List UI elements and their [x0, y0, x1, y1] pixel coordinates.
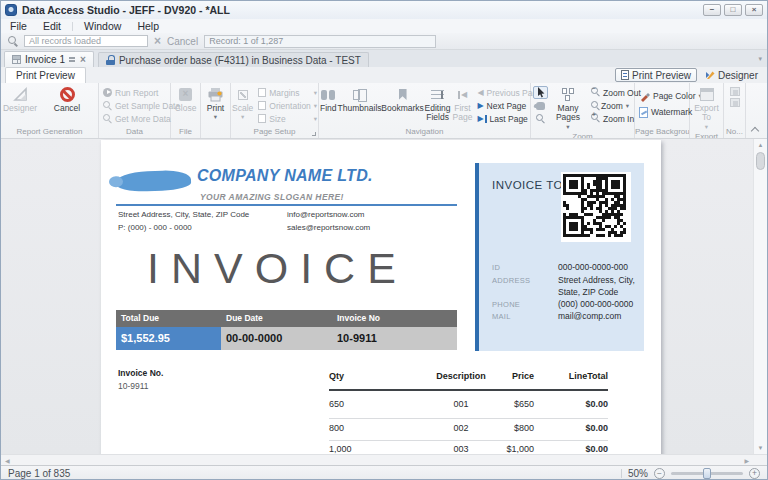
- close-preview-icon: ×: [179, 86, 192, 103]
- pointer-icon: [537, 87, 545, 98]
- export-to-label: Export To: [691, 104, 722, 123]
- menu-window[interactable]: Window: [84, 20, 121, 32]
- tab-invoice[interactable]: Invoice 1 ×: [4, 51, 94, 67]
- collapse-ribbon-icon[interactable]: [752, 126, 759, 133]
- view-designer-label: Designer: [718, 70, 758, 81]
- total-due-value: $1,552.95: [116, 327, 221, 350]
- menu-file[interactable]: File: [10, 20, 27, 32]
- items-header-rule: [329, 389, 608, 391]
- scale-label: Scale: [232, 104, 253, 113]
- pointer-tool-button[interactable]: [533, 86, 548, 99]
- ribbon-tab-print-preview[interactable]: Print Preview: [5, 67, 86, 83]
- designer-label: Designer: [3, 104, 37, 113]
- menu-edit[interactable]: Edit: [43, 20, 61, 32]
- statusbar: Page 1 of 835 50% − +: [1, 465, 767, 480]
- margins-button[interactable]: Margins ▾: [256, 86, 319, 99]
- row-divider: [329, 418, 608, 419]
- group-navigation: Find Thumbnails Bookmarks Editing Fields…: [319, 83, 531, 138]
- editing-fields-button[interactable]: Editing Fields: [424, 85, 452, 124]
- group-zoom: Many Pages ▾ − Zoom Out Zoom ▾ +: [531, 83, 635, 138]
- view-print-preview-button[interactable]: Print Preview: [615, 68, 697, 82]
- zoom-slider[interactable]: [671, 472, 743, 475]
- group-page-setup: Scale ▾ Margins ▾ Orientation ▾: [231, 83, 319, 138]
- page-indicator: Page 1 of 835: [8, 468, 70, 479]
- cancel-icon: [60, 86, 75, 103]
- menubar: File Edit Window Help: [1, 19, 767, 33]
- cancel-button[interactable]: Cancel: [45, 85, 89, 114]
- menu-help[interactable]: Help: [137, 20, 159, 32]
- table-row: 1,000 003 $1,000 $0.00: [329, 444, 608, 454]
- invoice-number-value: 10-9911: [118, 381, 149, 391]
- magnifier-tool-button[interactable]: [533, 112, 548, 125]
- pin-icon[interactable]: [69, 56, 76, 63]
- watermark-label: Watermark: [651, 107, 692, 117]
- search-input[interactable]: All records loaded: [24, 35, 148, 47]
- view-designer-button[interactable]: Designer: [700, 68, 763, 82]
- designer-icon: [13, 86, 28, 103]
- close-preview-button[interactable]: × Close: [174, 85, 198, 114]
- close-button[interactable]: ×: [745, 4, 763, 16]
- cancel-x-icon[interactable]: ×: [154, 36, 161, 46]
- last-page-button[interactable]: ▶ Last Page: [475, 112, 531, 125]
- app-icon: [5, 4, 17, 16]
- next-page-label: Next Page: [487, 101, 527, 111]
- notes-button-1[interactable]: [730, 87, 740, 96]
- print-button[interactable]: Print ▾: [206, 85, 225, 121]
- window-controls: − □ ×: [703, 4, 763, 16]
- group-label-page-setup: Page Setup: [231, 126, 318, 138]
- scroll-up-icon[interactable]: ▲: [754, 142, 767, 148]
- find-button[interactable]: Find: [319, 85, 338, 114]
- margins-icon: [258, 88, 266, 97]
- scroll-right-icon[interactable]: ▶: [744, 457, 749, 464]
- previous-page-button[interactable]: ◀ Previous Page: [475, 86, 531, 99]
- orientation-button[interactable]: Orientation ▾: [256, 99, 319, 112]
- export-dropdown-icon: ▾: [705, 123, 708, 130]
- window-title: Data Access Studio - JEFF - DV920 - *ALL: [22, 4, 230, 16]
- next-page-button[interactable]: ▶ Next Page: [475, 99, 531, 112]
- cancel-records-label[interactable]: Cancel: [167, 36, 198, 47]
- many-pages-button[interactable]: Many Pages ▾: [549, 85, 587, 131]
- group-label-navigation: Navigation: [319, 126, 530, 138]
- statusbar-separator: [621, 469, 622, 478]
- designer-button[interactable]: Designer: [1, 85, 39, 114]
- scale-button[interactable]: Scale ▾: [231, 85, 254, 121]
- print-label: Print: [207, 104, 224, 113]
- horizontal-scrollbar[interactable]: ◀ ▶: [1, 454, 767, 465]
- thumbnails-icon: [353, 86, 367, 103]
- group-export: Export To ▾ Export: [690, 83, 724, 138]
- zoom-in-button[interactable]: + Zoom In: [589, 112, 631, 125]
- zoom-out-status-button[interactable]: −: [654, 468, 665, 479]
- zoom-slider-thumb[interactable]: [703, 468, 711, 479]
- size-button[interactable]: Size ▾: [256, 112, 319, 125]
- tab-close-icon[interactable]: ×: [80, 55, 86, 64]
- run-report-label: Run Report: [115, 88, 158, 98]
- scroll-left-icon[interactable]: ◀: [5, 457, 10, 464]
- first-page-button[interactable]: ◀ First Page: [452, 85, 474, 124]
- app-window: Data Access Studio - JEFF - DV920 - *ALL…: [0, 0, 768, 480]
- vertical-scrollbar-thumb[interactable]: [756, 152, 765, 170]
- vertical-scrollbar[interactable]: ▲ ▼: [753, 139, 767, 454]
- tab-purchase-order[interactable]: Purchase order base (F4311) in Business …: [98, 52, 369, 67]
- lock-icon: [106, 55, 115, 65]
- maximize-button[interactable]: □: [724, 4, 742, 16]
- zoom-in-status-button[interactable]: +: [749, 468, 760, 479]
- scroll-down-icon[interactable]: ▼: [754, 445, 767, 451]
- page-setup-dialog-launcher[interactable]: [312, 132, 316, 136]
- minimize-button[interactable]: −: [703, 4, 721, 16]
- hand-tool-button[interactable]: [533, 99, 548, 112]
- export-to-button[interactable]: Export To ▾: [690, 85, 723, 131]
- due-date-value: 00-00-0000: [221, 327, 332, 350]
- orientation-label: Orientation: [269, 101, 311, 111]
- size-dropdown-icon: ▾: [314, 115, 317, 123]
- thumbnails-button[interactable]: Thumbnails: [338, 85, 382, 114]
- group-label-data: Data: [99, 126, 170, 138]
- zoom-dropdown-icon: ▾: [626, 102, 629, 110]
- margins-dropdown-icon: ▾: [314, 89, 317, 97]
- bookmarks-button[interactable]: Bookmarks: [382, 85, 424, 114]
- zoom-out-button[interactable]: − Zoom Out: [589, 86, 631, 99]
- tab-options-icon[interactable]: ▾: [758, 55, 762, 63]
- editing-fields-label: Editing Fields: [425, 104, 451, 123]
- notes-button-2[interactable]: [730, 98, 740, 107]
- linetotal-header: LineTotal: [548, 371, 608, 381]
- previous-page-icon: ◀: [477, 89, 483, 97]
